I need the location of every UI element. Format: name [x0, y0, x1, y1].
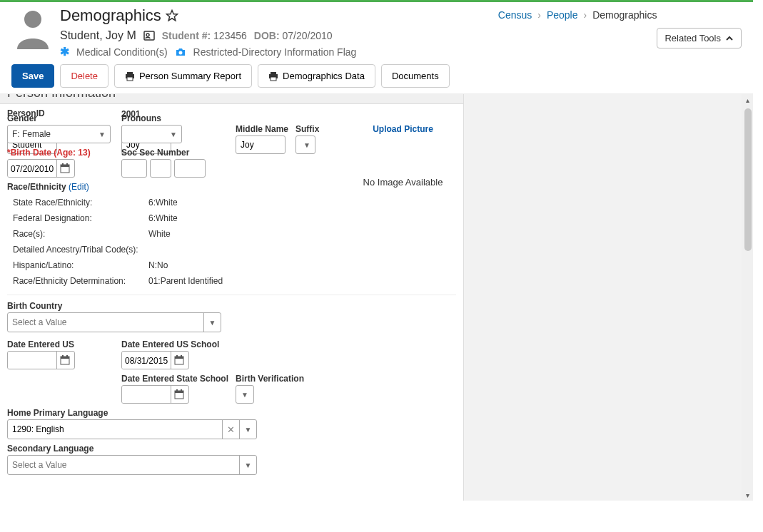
- sec-lang-label: Secondary Language: [7, 444, 456, 454]
- svg-rect-18: [66, 355, 68, 357]
- chevron-right-icon: ›: [584, 9, 587, 21]
- chevron-up-icon: [725, 34, 734, 43]
- scroll-down-button[interactable]: ▾: [742, 489, 753, 501]
- dob-label: DOB:: [254, 30, 280, 41]
- date-state-school-input[interactable]: [122, 386, 171, 404]
- svg-marker-1: [166, 11, 177, 21]
- birth-verif-label: Birth Verification: [236, 374, 350, 384]
- delete-button[interactable]: Delete: [60, 64, 108, 88]
- home-lang-select[interactable]: ✕ ▼: [7, 419, 257, 439]
- svg-rect-16: [61, 357, 69, 359]
- student-number-label: Student #:: [162, 30, 211, 41]
- suffix-select[interactable]: ▼: [295, 135, 315, 154]
- svg-rect-14: [66, 163, 68, 165]
- date-us-school-input[interactable]: [122, 352, 171, 369]
- date-us-input[interactable]: [8, 352, 56, 369]
- fed-desig-label: Federal Designation:: [13, 213, 148, 223]
- date-state-school-label: Date Entered State School: [121, 374, 236, 384]
- scroll-thumb[interactable]: [744, 108, 752, 251]
- hispanic-label: Hispanic/Latino:: [13, 260, 148, 270]
- ssn-label: Soc Sec Number: [121, 148, 236, 158]
- date-us-picker-button[interactable]: [56, 352, 72, 369]
- race-edit-link[interactable]: (Edit): [69, 182, 89, 192]
- state-race-value: 6:White: [148, 198, 178, 208]
- ssn-part1[interactable]: [121, 159, 147, 178]
- print-icon: [125, 71, 135, 81]
- fed-desig-value: 6:White: [148, 213, 178, 223]
- student-number: 123456: [213, 30, 247, 41]
- svg-rect-21: [176, 355, 178, 357]
- svg-rect-25: [176, 389, 178, 392]
- calendar-icon: [174, 389, 184, 399]
- clear-icon[interactable]: ✕: [222, 420, 239, 439]
- upload-picture-link[interactable]: Upload Picture: [350, 124, 456, 134]
- page-title: Demographics: [60, 6, 161, 25]
- middlename-input[interactable]: [236, 135, 286, 154]
- section-header: Person Information: [0, 94, 463, 104]
- birthdate-label: *Birth Date (Age: 13): [7, 148, 121, 158]
- svg-rect-26: [181, 389, 182, 392]
- date-us-school-picker-button[interactable]: [171, 352, 186, 369]
- favorite-star-icon[interactable]: [166, 9, 178, 22]
- race-label: Race/Ethnicity: [7, 182, 66, 192]
- date-us-label: Date Entered US: [7, 339, 121, 349]
- svg-rect-12: [61, 165, 69, 167]
- breadcrumb: Census › People › Demographics: [498, 6, 657, 21]
- pronouns-label: Pronouns: [121, 113, 236, 123]
- svg-rect-24: [175, 391, 183, 393]
- print-icon: [268, 71, 278, 81]
- avatar-icon: [11, 6, 54, 49]
- races-value: White: [148, 229, 171, 239]
- related-tools-button[interactable]: Related Tools: [657, 28, 742, 48]
- svg-rect-10: [271, 77, 276, 81]
- sec-lang-select[interactable]: ▼: [7, 455, 257, 475]
- races-label: Race(s):: [13, 229, 148, 239]
- home-lang-label: Home Primary Language: [7, 408, 456, 418]
- gender-label: Gender: [7, 113, 121, 123]
- medical-flag: Medical Condition(s): [76, 46, 168, 58]
- documents-button[interactable]: Documents: [381, 64, 450, 88]
- birthdate-picker-button[interactable]: [56, 160, 72, 177]
- svg-point-3: [146, 34, 149, 36]
- middlename-label: Middle Name: [236, 124, 288, 134]
- chevron-down-icon[interactable]: ▼: [239, 456, 256, 474]
- demographics-data-button[interactable]: Demographics Data: [258, 64, 375, 88]
- student-name: Student, Joy M: [60, 29, 136, 42]
- gender-select[interactable]: F: Female▼: [7, 125, 111, 143]
- person-summary-report-button[interactable]: Person Summary Report: [114, 64, 252, 88]
- restricted-flag: Restricted-Directory Information Flag: [193, 46, 357, 58]
- ssn-part2[interactable]: [150, 159, 171, 178]
- id-badge-icon: [143, 30, 155, 41]
- svg-rect-7: [127, 77, 133, 81]
- svg-rect-17: [62, 355, 64, 357]
- svg-point-4: [178, 51, 182, 54]
- chevron-down-icon[interactable]: ▼: [239, 420, 256, 439]
- crumb-people[interactable]: People: [547, 9, 578, 21]
- svg-rect-20: [175, 357, 183, 359]
- svg-rect-13: [62, 163, 64, 165]
- crumb-census[interactable]: Census: [498, 9, 532, 21]
- calendar-icon: [60, 163, 70, 173]
- birth-verif-select[interactable]: ▼: [236, 385, 254, 404]
- date-state-school-picker-button[interactable]: [171, 386, 186, 403]
- save-button[interactable]: Save: [11, 64, 54, 88]
- birth-country-select[interactable]: ▼: [7, 312, 221, 332]
- birthdate-input[interactable]: [8, 160, 56, 178]
- ssn-part3[interactable]: [174, 159, 206, 178]
- suffix-label: Suffix: [295, 124, 319, 134]
- camera-icon: [175, 46, 186, 58]
- chevron-down-icon[interactable]: ▼: [203, 313, 221, 332]
- scrollbar[interactable]: ▴ ▾: [742, 94, 753, 501]
- svg-point-0: [24, 11, 41, 28]
- determination-label: Race/Ethnicity Determination:: [13, 276, 148, 286]
- svg-rect-8: [271, 72, 276, 74]
- birth-country-label: Birth Country: [7, 301, 456, 311]
- date-us-school-label: Date Entered US School: [121, 339, 236, 349]
- pronouns-select[interactable]: ▼: [121, 125, 182, 143]
- calendar-icon: [60, 355, 70, 365]
- ancestry-label: Detailed Ancestry/Tribal Code(s):: [13, 245, 148, 255]
- crumb-current: Demographics: [592, 9, 657, 21]
- scroll-up-button[interactable]: ▴: [742, 94, 753, 106]
- hispanic-value: N:No: [148, 260, 168, 270]
- determination-value: 01:Parent Identified: [148, 276, 223, 286]
